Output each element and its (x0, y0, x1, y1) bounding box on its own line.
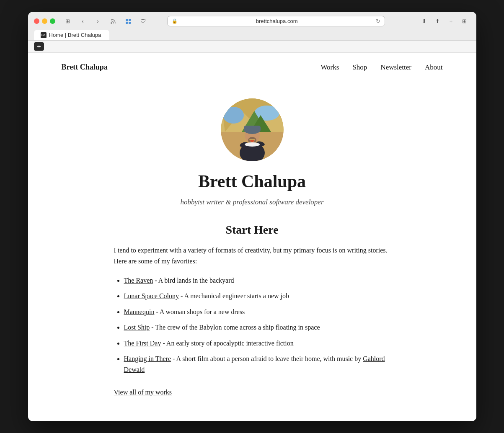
work-link-mannequin[interactable]: Mannequin (124, 308, 155, 315)
site-navigation: Brett Chalupa Works Shop Newsletter Abou… (28, 53, 476, 82)
new-tab-button[interactable]: + (445, 16, 457, 26)
browser-titlebar: ⊞ ‹ › 🛡 (34, 16, 470, 26)
active-tab[interactable]: Bc Home | Brett Chalupa (34, 30, 109, 40)
work-link-hanging[interactable]: Hanging in There (124, 355, 171, 362)
grid-button[interactable]: ⊞ (458, 16, 470, 26)
extension-button[interactable] (122, 16, 134, 26)
bookmarks-bar: ✏ (28, 41, 476, 53)
browser-window: ⊞ ‹ › 🛡 (28, 12, 476, 421)
website-content: Brett Chalupa Works Shop Newsletter Abou… (28, 53, 476, 421)
list-item: Hanging in There - A short film about a … (124, 353, 390, 375)
lock-icon: 🔒 (172, 18, 178, 24)
view-all-link[interactable]: View all of my works (114, 389, 390, 396)
address-bar-container: 🔒 brettchalupa.com ↻ (167, 16, 385, 26)
work-desc-first-day: - An early story of apocalyptic interact… (163, 340, 293, 347)
minimize-button[interactable] (42, 18, 47, 24)
forward-button[interactable]: › (92, 16, 104, 26)
site-logo[interactable]: Brett Chalupa (62, 63, 108, 72)
bookmark-item[interactable]: ✏ (34, 42, 44, 51)
nav-item-about[interactable]: About (425, 63, 443, 72)
avatar (221, 98, 284, 161)
nav-link-works[interactable]: Works (320, 63, 339, 71)
main-content: Brett Chalupa hobbyist writer & professi… (106, 82, 399, 421)
maximize-button[interactable] (50, 18, 55, 24)
traffic-lights (34, 18, 55, 24)
nav-item-newsletter[interactable]: Newsletter (380, 63, 411, 72)
work-link-lost-ship[interactable]: Lost Ship (124, 324, 150, 331)
list-item: Mannequin - A woman shops for a new dres… (124, 307, 390, 317)
back-button[interactable]: ‹ (77, 16, 89, 26)
svg-point-0 (111, 22, 112, 24)
nav-link-newsletter[interactable]: Newsletter (380, 63, 411, 71)
shield-button[interactable]: 🛡 (137, 16, 149, 26)
close-button[interactable] (34, 18, 39, 24)
work-link-lunar[interactable]: Lunar Space Colony (124, 292, 179, 299)
work-link-raven[interactable]: The Raven (124, 277, 153, 284)
share-button[interactable]: ⬆ (432, 16, 443, 26)
download-button[interactable]: ⬇ (418, 16, 430, 26)
work-desc-hanging: - A short film about a person afraid to … (173, 355, 363, 362)
work-desc-lost-ship: - The crew of the Babylon come across a … (151, 324, 320, 331)
svg-rect-4 (129, 22, 131, 24)
hero-subtitle: hobbyist writer & professional software … (114, 198, 390, 206)
start-here-heading: Start Here (114, 223, 390, 237)
nav-item-works[interactable]: Works (320, 63, 339, 72)
nav-link-shop[interactable]: Shop (352, 63, 367, 71)
reload-icon: ↻ (376, 18, 380, 24)
nav-link-about[interactable]: About (425, 63, 443, 71)
svg-rect-1 (126, 19, 128, 21)
svg-rect-17 (244, 126, 261, 131)
sidebar-toggle-button[interactable]: ⊞ (62, 16, 74, 26)
browser-tabs: Bc Home | Brett Chalupa (34, 30, 470, 40)
tab-favicon: Bc (41, 32, 47, 38)
page-title: Brett Chalupa (114, 171, 390, 191)
svg-point-23 (245, 142, 260, 147)
tab-title: Home | Brett Chalupa (49, 32, 101, 38)
rss-button[interactable] (107, 16, 119, 26)
work-link-first-day[interactable]: The First Day (124, 340, 161, 347)
list-item: Lunar Space Colony - A mechanical engine… (124, 291, 390, 302)
address-bar[interactable]: 🔒 brettchalupa.com ↻ (167, 16, 385, 26)
svg-rect-3 (126, 22, 128, 24)
work-desc-lunar: - A mechanical engineer starts a new job (181, 292, 289, 299)
nav-item-shop[interactable]: Shop (352, 63, 367, 72)
work-desc-raven: - A bird lands in the backyard (155, 277, 234, 284)
works-list: The Raven - A bird lands in the backyard… (114, 275, 390, 375)
start-here-intro: I tend to experiment with a variety of f… (114, 245, 390, 266)
nav-links: Works Shop Newsletter About (320, 63, 442, 72)
work-desc-mannequin: - A woman shops for a new dress (156, 308, 245, 315)
browser-controls-right: ⬇ ⬆ + ⊞ (418, 16, 470, 26)
list-item: The First Day - An early story of apocal… (124, 338, 390, 349)
url-text: brettchalupa.com (180, 18, 373, 24)
list-item: The Raven - A bird lands in the backyard (124, 275, 390, 286)
svg-rect-2 (129, 19, 131, 21)
svg-point-9 (223, 107, 244, 124)
browser-chrome: ⊞ ‹ › 🛡 (28, 12, 476, 41)
list-item: Lost Ship - The crew of the Babylon come… (124, 322, 390, 333)
